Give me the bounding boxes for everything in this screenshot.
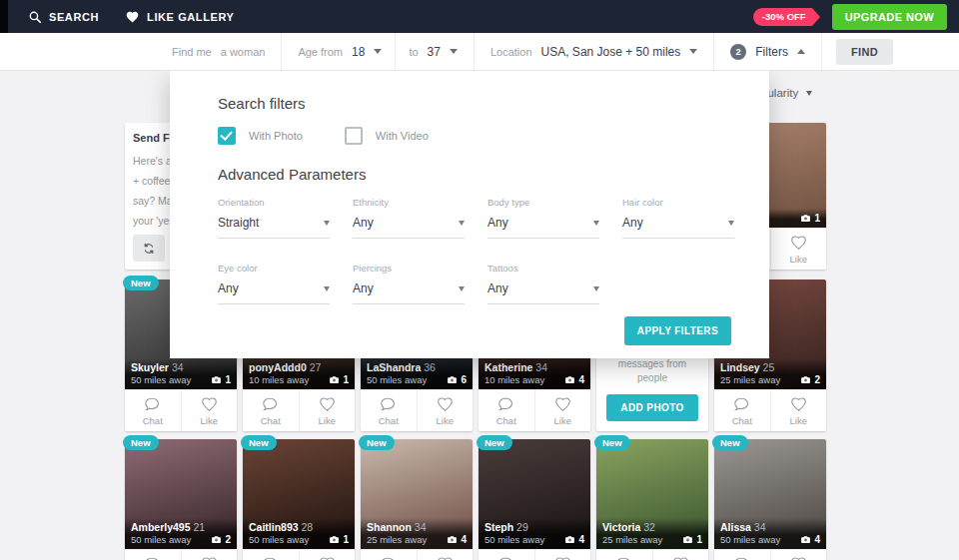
navbar-left-edge	[0, 0, 8, 33]
age-section: Age from 18 to 37	[282, 33, 475, 70]
field-eye-color[interactable]: Eye colorAny	[218, 263, 330, 304]
chat-button[interactable]: Chat	[243, 390, 299, 431]
with-photo-checkbox[interactable]	[218, 127, 236, 145]
heart-icon	[125, 10, 140, 24]
card-actions: Chat Like	[125, 549, 237, 560]
field-value[interactable]: Any	[218, 281, 330, 304]
like-button[interactable]: Like	[770, 229, 827, 270]
field-value[interactable]: Any	[353, 216, 465, 239]
search-filters-modal: Search filters With Photo With Video Adv…	[170, 71, 769, 358]
heart-outline-icon	[200, 395, 219, 413]
divider	[395, 33, 396, 71]
upgrade-now-button[interactable]: UPGRADE NOW	[832, 4, 947, 30]
profile-card[interactable]: New Amberly495 21 50 miles away 2 Chat	[125, 439, 237, 560]
like-button[interactable]: Like	[770, 390, 827, 431]
age-to-label: to	[409, 46, 418, 58]
field-orientation[interactable]: OrientationStraight	[218, 197, 330, 239]
chat-button[interactable]: Chat	[125, 390, 181, 431]
chevron-down-icon	[806, 91, 812, 96]
chat-button[interactable]: Chat	[361, 390, 417, 431]
like-button[interactable]: Like	[417, 550, 474, 560]
like-button[interactable]: Like	[417, 390, 474, 431]
card-actions: Chat Like	[243, 389, 355, 431]
profile-age: 34	[535, 361, 547, 373]
profile-photo[interactable]: New Amberly495 21 50 miles away 2	[125, 439, 237, 549]
location-select[interactable]: USA, San Jose + 50 miles	[541, 45, 698, 59]
profile-photo[interactable]: New Alissa 34 50 miles away 4	[714, 439, 826, 549]
profile-photo[interactable]: New Shannon 34 25 miles away 4	[361, 439, 473, 549]
new-badge: New	[712, 435, 748, 450]
profile-photo[interactable]: New Caitlin893 28 50 miles away 1	[243, 439, 355, 549]
profile-card[interactable]: New Alissa 34 50 miles away 4 Chat Lik	[714, 439, 826, 560]
flirtcast-refresh-button[interactable]	[133, 235, 165, 262]
photo-count: 1	[329, 534, 349, 545]
profile-photo[interactable]: New Victoria 32 25 miles away 1	[596, 439, 708, 549]
field-value[interactable]: Straight	[218, 216, 330, 239]
filters-count-badge: 2	[730, 44, 746, 60]
chat-bubble-icon	[614, 555, 633, 560]
field-value[interactable]: Any	[622, 216, 734, 239]
chat-button[interactable]: Chat	[243, 550, 299, 560]
profile-info-strip: ponyAddd0 27 10 miles away 1	[243, 358, 355, 389]
camera-icon	[800, 213, 811, 224]
find-button[interactable]: FIND	[836, 39, 893, 65]
photo-count: 1	[682, 534, 702, 545]
field-value[interactable]: Any	[487, 281, 599, 304]
filters-toggle[interactable]: 2 Filters	[730, 44, 805, 60]
age-to-select[interactable]: 37	[428, 45, 458, 59]
chevron-up-icon	[797, 49, 805, 54]
gender-select[interactable]: a woman	[221, 46, 266, 58]
profile-name: Katherine	[484, 361, 532, 373]
field-ethnicity[interactable]: EthnicityAny	[353, 197, 465, 239]
like-button[interactable]: Like	[181, 390, 238, 431]
field-tattoos[interactable]: TattoosAny	[487, 263, 599, 304]
profile-distance: 25 miles away	[367, 534, 427, 545]
chevron-down-icon	[324, 286, 330, 291]
camera-icon	[329, 374, 340, 385]
profile-photo[interactable]: New Steph 29 50 miles away 4	[479, 439, 590, 549]
like-label: Like	[201, 415, 218, 426]
profile-card[interactable]: New Steph 29 50 miles away 4 Chat Like	[479, 439, 590, 560]
chat-button[interactable]: Chat	[125, 550, 181, 560]
like-button[interactable]: Like	[652, 550, 709, 560]
field-value[interactable]: Any	[353, 281, 465, 304]
profile-card[interactable]: New Victoria 32 25 miles away 1 Chat L	[596, 439, 708, 560]
field-body-type[interactable]: Body typeAny	[487, 197, 599, 239]
like-button[interactable]: Like	[299, 550, 356, 560]
chat-bubble-icon	[261, 395, 280, 413]
chat-button[interactable]: Chat	[479, 390, 534, 431]
field-hair-color[interactable]: Hair colorAny	[622, 197, 734, 239]
add-photo-button[interactable]: ADD PHOTO	[606, 394, 698, 421]
field-value[interactable]: Any	[487, 216, 599, 239]
age-from-select[interactable]: 18	[352, 45, 382, 59]
photo-count: 4	[564, 534, 584, 545]
chat-button[interactable]: Chat	[596, 550, 652, 560]
like-button[interactable]: Like	[534, 390, 591, 431]
nav-search[interactable]: SEARCH	[28, 10, 99, 24]
chat-button[interactable]: Chat	[714, 550, 770, 560]
profile-name: Amberly495	[131, 521, 191, 533]
card-actions: Chat Like	[596, 549, 708, 560]
like-button[interactable]: Like	[181, 550, 238, 560]
like-button[interactable]: Like	[299, 390, 356, 431]
chat-button[interactable]: Chat	[361, 550, 417, 560]
field-piercings[interactable]: PiercingsAny	[353, 263, 465, 304]
sale-badge: -30% OFF	[753, 8, 812, 26]
photo-count: 4	[447, 534, 467, 545]
apply-filters-button[interactable]: APPLY FILTERS	[624, 316, 731, 345]
location-label: Location	[490, 46, 532, 58]
chat-button[interactable]: Chat	[479, 550, 534, 560]
like-button[interactable]: Like	[770, 550, 827, 560]
profile-name: Lindsey	[720, 361, 760, 373]
like-button[interactable]: Like	[534, 550, 591, 560]
with-video-checkbox[interactable]	[345, 127, 363, 145]
nav-like-gallery-label: LIKE GALLERY	[147, 11, 234, 23]
profile-card[interactable]: New Caitlin893 28 50 miles away 1 Chat	[243, 439, 355, 560]
nav-like-gallery[interactable]: LIKE GALLERY	[125, 10, 234, 24]
chat-bubble-icon	[379, 395, 398, 413]
heart-outline-icon	[553, 555, 572, 560]
profile-age: 25	[763, 361, 775, 373]
chat-button[interactable]: Chat	[714, 390, 770, 431]
profile-name: LaShandra	[367, 361, 421, 373]
profile-card[interactable]: New Shannon 34 25 miles away 4 Chat Li	[361, 439, 473, 560]
